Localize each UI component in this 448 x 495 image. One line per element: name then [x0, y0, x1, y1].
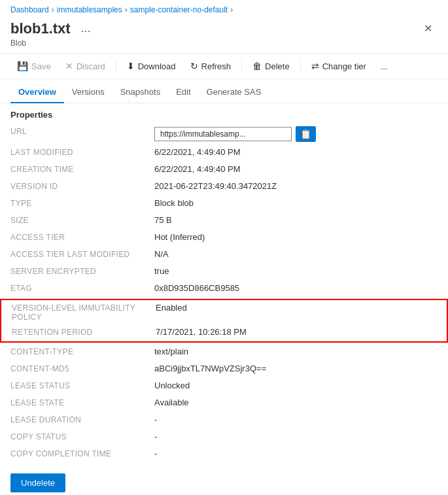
prop-key-creation-time: CREATION TIME — [10, 164, 154, 174]
prop-val-copy-completion-time: - — [154, 449, 438, 458]
prop-val-etag: 0x8D935D866CB9585 — [154, 283, 438, 293]
prop-val-last-modified: 6/22/2021, 4:49:40 PM — [154, 147, 438, 157]
prop-val-creation-time: 6/22/2021, 4:49:40 PM — [154, 164, 438, 174]
immutability-policy-box: VERSION-LEVEL IMMUTABILITY POLICY Enable… — [0, 299, 448, 343]
change-tier-button[interactable]: ⇄ Change tier — [305, 58, 373, 75]
prop-val-content-type: text/plain — [154, 347, 438, 356]
prop-val-lease-status: Unlocked — [154, 381, 438, 390]
breadcrumb: Dashboard › immutablesamples › sample-co… — [0, 0, 448, 17]
prop-key-size: SIZE — [10, 215, 154, 225]
tab-snapshots[interactable]: Snapshots — [112, 82, 168, 103]
prop-val-size: 75 B — [154, 215, 438, 225]
properties-section-label: Properties — [0, 103, 448, 124]
save-label: Save — [31, 61, 51, 71]
property-row-url: URL 📋 — [0, 124, 448, 145]
property-row-last-modified: LAST MODIFIED 6/22/2021, 4:49:40 PM — [0, 145, 448, 162]
prop-key-version-id: VERSION ID — [10, 181, 154, 191]
breadcrumb-sep-1: › — [52, 5, 54, 14]
save-icon: 💾 — [17, 61, 28, 71]
prop-key-copy-status: COPY STATUS — [10, 432, 154, 441]
more-label: ... — [381, 61, 388, 71]
property-row-access-tier-last-modified: ACCESS TIER LAST MODIFIED N/A — [0, 247, 448, 264]
tab-versions[interactable]: Versions — [64, 82, 112, 103]
tab-generate-sas[interactable]: Generate SAS — [199, 82, 269, 103]
property-row-server-encrypted: SERVER ENCRYPTED true — [0, 264, 448, 281]
prop-val-version-id: 2021-06-22T23:49:40.3472021Z — [154, 181, 438, 191]
breadcrumb-container[interactable]: sample-container-no-default — [130, 5, 228, 14]
toolbar-sep-2 — [241, 60, 242, 73]
download-icon: ⬇ — [127, 61, 135, 71]
discard-label: Discard — [77, 61, 105, 71]
tab-overview[interactable]: Overview — [10, 82, 64, 103]
discard-button[interactable]: ✕ Discard — [59, 58, 112, 75]
refresh-button[interactable]: ↻ Refresh — [184, 58, 238, 75]
property-row-etag: ETAG 0x8D935D866CB9585 — [0, 281, 448, 298]
prop-val-server-encrypted: true — [154, 266, 438, 276]
header: blob1.txt ... ✕ — [0, 17, 448, 39]
breadcrumb-dashboard[interactable]: Dashboard — [10, 5, 49, 14]
prop-key-access-tier-last-modified: ACCESS TIER LAST MODIFIED — [10, 249, 154, 259]
prop-val-content-md5: aBCi9jjbxTL7NWpVZSjr3Q== — [154, 364, 438, 373]
prop-key-access-tier: ACCESS TIER — [10, 232, 154, 242]
toolbar-sep-1 — [116, 60, 116, 73]
property-row-lease-state: LEASE STATE Available — [0, 395, 448, 412]
prop-key-immutability-policy: VERSION-LEVEL IMMUTABILITY POLICY — [12, 303, 156, 322]
close-button[interactable]: ✕ — [419, 20, 438, 37]
delete-label: Delete — [265, 61, 290, 71]
more-button[interactable]: ... — [374, 58, 394, 75]
prop-val-immutability-policy: Enabled — [156, 303, 436, 313]
refresh-label: Refresh — [201, 61, 232, 71]
header-ellipsis-button[interactable]: ... — [77, 20, 95, 37]
subtitle: Blob — [0, 39, 448, 53]
prop-val-lease-duration: - — [154, 415, 438, 424]
change-tier-label: Change tier — [322, 61, 366, 71]
property-row-copy-status: COPY STATUS - — [0, 429, 448, 446]
prop-key-etag: ETAG — [10, 283, 154, 293]
breadcrumb-sep-3: › — [230, 5, 233, 14]
property-row-lease-duration: LEASE DURATION - — [0, 412, 448, 429]
refresh-icon: ↻ — [190, 61, 198, 71]
prop-key-type: TYPE — [10, 198, 154, 208]
prop-val-url: 📋 — [154, 126, 438, 142]
property-row-creation-time: CREATION TIME 6/22/2021, 4:49:40 PM — [0, 162, 448, 179]
download-label: Download — [138, 61, 176, 71]
prop-key-lease-status: LEASE STATUS — [10, 381, 154, 390]
discard-icon: ✕ — [65, 61, 73, 71]
prop-key-server-encrypted: SERVER ENCRYPTED — [10, 266, 154, 276]
properties-table: URL 📋 LAST MODIFIED 6/22/2021, 4:49:40 P… — [0, 124, 448, 463]
prop-key-content-md5: CONTENT-MD5 — [10, 364, 154, 373]
url-input[interactable] — [154, 127, 292, 141]
property-row-copy-completion-time: COPY COMPLETION TIME - — [0, 446, 448, 463]
undelete-button[interactable]: Undelete — [10, 473, 65, 492]
property-row-immutability-policy: VERSION-LEVEL IMMUTABILITY POLICY Enable… — [1, 300, 447, 324]
download-button[interactable]: ⬇ Download — [120, 58, 182, 75]
prop-key-last-modified: LAST MODIFIED — [10, 147, 154, 157]
prop-key-url: URL — [10, 126, 154, 136]
prop-val-access-tier-last-modified: N/A — [154, 249, 438, 259]
tabs-bar: Overview Versions Snapshots Edit Generat… — [0, 82, 448, 103]
property-row-version-id: VERSION ID 2021-06-22T23:49:40.3472021Z — [0, 179, 448, 196]
prop-val-type: Block blob — [154, 198, 438, 208]
header-title: blob1.txt ... — [10, 20, 95, 37]
tab-edit[interactable]: Edit — [168, 82, 198, 103]
breadcrumb-sep-2: › — [125, 5, 128, 14]
property-row-type: TYPE Block blob — [0, 196, 448, 213]
prop-key-content-type: CONTENT-TYPE — [10, 347, 154, 356]
property-row-access-tier: ACCESS TIER Hot (Inferred) — [0, 230, 448, 247]
property-row-size: SIZE 75 B — [0, 213, 448, 230]
prop-key-copy-completion-time: COPY COMPLETION TIME — [10, 449, 154, 458]
property-row-retention-period: RETENTION PERIOD 7/17/2021, 10:26:18 PM — [1, 324, 447, 341]
toolbar: 💾 Save ✕ Discard ⬇ Download ↻ Refresh 🗑 … — [0, 53, 448, 79]
toolbar-sep-3 — [300, 60, 301, 73]
prop-val-access-tier: Hot (Inferred) — [154, 232, 438, 242]
prop-key-retention-period: RETENTION PERIOD — [12, 327, 156, 337]
property-row-lease-status: LEASE STATUS Unlocked — [0, 378, 448, 395]
delete-icon: 🗑 — [252, 61, 262, 71]
breadcrumb-immutablesamples[interactable]: immutablesamples — [57, 5, 122, 14]
page-title: blob1.txt — [10, 20, 71, 37]
prop-val-retention-period: 7/17/2021, 10:26:18 PM — [156, 327, 436, 337]
prop-val-lease-state: Available — [154, 398, 438, 407]
delete-button[interactable]: 🗑 Delete — [246, 58, 296, 75]
save-button[interactable]: 💾 Save — [10, 58, 58, 75]
copy-url-button[interactable]: 📋 — [296, 126, 316, 142]
